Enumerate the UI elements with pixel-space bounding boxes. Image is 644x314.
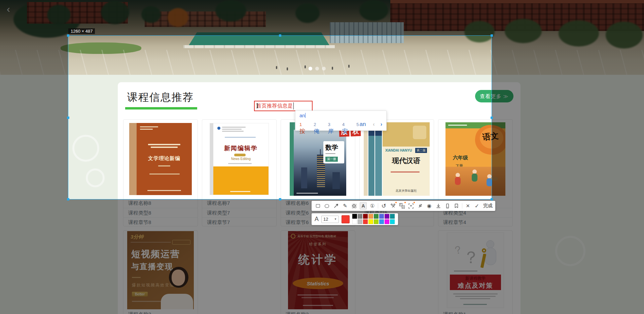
palette-color[interactable]	[352, 214, 357, 219]
rectangle-tool-icon[interactable]	[314, 202, 321, 210]
candidate-text: 按	[299, 128, 305, 134]
ime-candidate-list: 1按 2俺 3岸 4安 5an ‹ ›	[299, 121, 382, 135]
ime-candidate[interactable]: 5an	[356, 121, 366, 128]
chevron-down-icon: ▼	[334, 218, 337, 221]
palette-color[interactable]	[368, 214, 373, 219]
toolbar-separator	[462, 203, 462, 209]
candidate-text: 安	[342, 128, 348, 134]
selection-handle[interactable]	[491, 117, 493, 119]
translate-glyph: 文A	[399, 203, 405, 209]
dim-overlay-left	[0, 35, 68, 199]
notification-dot	[395, 201, 397, 203]
ime-candidate[interactable]: 4安	[342, 121, 351, 135]
dim-overlay-right	[492, 35, 644, 199]
palette-color[interactable]	[374, 214, 379, 219]
cut-tool-icon[interactable]	[389, 202, 396, 210]
selection-size-label: 1260 × 487	[68, 28, 95, 34]
palette-color[interactable]	[390, 214, 395, 219]
capture-selection-rect[interactable]	[68, 35, 492, 199]
pencil-tool-icon[interactable]: ✎	[342, 202, 349, 210]
candidate-text: 岸	[328, 128, 334, 134]
annotation-text-box[interactable]: I 首页推荐信息是	[254, 101, 313, 111]
selection-handle[interactable]	[491, 198, 493, 200]
palette-color[interactable]	[358, 219, 362, 224]
candidate-text: 俺	[314, 128, 319, 134]
ime-candidate-window: an 1按 2俺 3岸 4安 5an ‹ ›	[295, 111, 387, 131]
palette-color[interactable]	[368, 219, 373, 224]
font-size-value: 12	[323, 217, 328, 222]
ime-candidate[interactable]: 1按	[299, 121, 308, 135]
notification-dot	[413, 201, 415, 203]
ime-candidate[interactable]: 2俺	[314, 121, 322, 135]
selection-handle[interactable]	[67, 34, 69, 37]
send-to-phone-icon[interactable]	[444, 202, 451, 210]
ime-next-page-icon[interactable]: ›	[381, 121, 382, 127]
palette-color[interactable]	[352, 219, 357, 224]
current-color-swatch[interactable]	[342, 215, 350, 223]
candidate-index: 4	[342, 122, 345, 127]
ime-prev-page-icon[interactable]: ‹	[373, 121, 374, 127]
screen-record-icon[interactable]: ◉	[426, 202, 433, 210]
selection-handle[interactable]	[67, 117, 69, 119]
rectangle-glyph	[316, 204, 320, 208]
undo-icon[interactable]: ↺	[380, 202, 387, 210]
mosaic-glyph	[352, 204, 356, 208]
font-size-dropdown[interactable]: 12 ▼	[321, 216, 339, 223]
capture-toolbar: ✎ A ① ↺ 文A ◉ × ✓ 完	[312, 201, 495, 211]
selection-handle[interactable]	[279, 198, 281, 200]
screen: ‹ 课程信息推荐 查看更多 ≫ 文学理论新编	[0, 0, 644, 314]
candidate-index: 1	[299, 122, 302, 127]
ime-composition: an	[299, 113, 305, 118]
selection-handle[interactable]	[279, 34, 281, 37]
palette-color[interactable]	[379, 219, 384, 224]
palette-color[interactable]	[358, 214, 362, 219]
ellipse-glyph	[325, 204, 329, 208]
ellipse-tool-icon[interactable]	[323, 202, 330, 210]
palette-color[interactable]	[390, 219, 395, 224]
mosaic-tool-icon[interactable]	[351, 202, 358, 210]
annotation-text: 首页推荐信息是	[256, 103, 293, 109]
toolbar-separator	[378, 203, 378, 209]
candidate-index: 2	[314, 122, 316, 127]
palette-color[interactable]	[363, 214, 368, 219]
translate-tool-icon[interactable]: 文A	[398, 202, 405, 210]
palette-color[interactable]	[385, 219, 389, 224]
selection-handle[interactable]	[491, 34, 493, 37]
pin-tool-icon[interactable]	[417, 202, 424, 210]
ime-candidate[interactable]: 3岸	[328, 121, 336, 135]
selection-handle[interactable]	[67, 198, 69, 200]
palette-color[interactable]	[385, 214, 389, 219]
text-caret	[293, 102, 294, 109]
color-palette	[352, 214, 395, 224]
font-indicator: A	[315, 216, 319, 223]
candidate-index: 3	[328, 122, 330, 127]
text-cursor-ibeam: I	[256, 102, 258, 110]
translate-glyph-en: A	[402, 206, 405, 209]
palette-color[interactable]	[379, 214, 384, 219]
candidate-text: an	[359, 121, 366, 127]
ocr-tool-icon[interactable]	[407, 202, 415, 210]
confirm-capture-icon[interactable]: ✓	[473, 202, 480, 210]
done-label[interactable]: 完成	[483, 203, 493, 209]
save-download-icon[interactable]	[435, 202, 442, 210]
text-tool-icon[interactable]: A	[360, 202, 367, 210]
palette-color[interactable]	[363, 219, 368, 224]
text-style-toolbar: A 12 ▼	[312, 213, 398, 225]
step-number-tool-icon[interactable]: ①	[369, 202, 376, 210]
arrow-tool-icon[interactable]	[332, 202, 339, 210]
candidate-index: 5	[356, 122, 359, 127]
cancel-capture-icon[interactable]: ×	[464, 202, 471, 210]
notification-dot	[404, 201, 406, 203]
favorite-bookmark-icon[interactable]	[453, 202, 460, 210]
ime-caret	[305, 113, 306, 118]
palette-color[interactable]	[374, 219, 379, 224]
dim-overlay-top	[0, 0, 644, 35]
